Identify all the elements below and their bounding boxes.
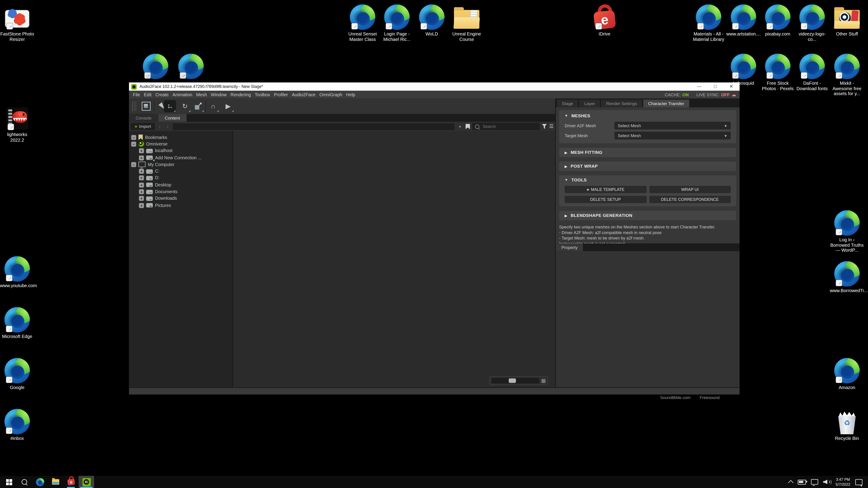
- desktop-icon-faststone[interactable]: FastStone Photo Resizer: [0, 3, 34, 42]
- taskbar-idrive-button[interactable]: e: [63, 476, 79, 488]
- frame-select-tool-icon[interactable]: [140, 100, 152, 112]
- desktop-icon-label-freesound[interactable]: Freesound: [693, 395, 726, 400]
- desktop-icon-idrive[interactable]: e IDrive: [587, 3, 622, 37]
- list-options-icon[interactable]: ☰: [549, 124, 554, 129]
- tab-render-settings[interactable]: Render Settings: [601, 100, 642, 107]
- network-icon[interactable]: [811, 479, 818, 485]
- desktop-icon-amazon[interactable]: Amazon: [830, 357, 864, 391]
- forward-button[interactable]: ›: [165, 124, 170, 129]
- thumbnail-size-slider[interactable]: [492, 378, 539, 383]
- action-center-icon[interactable]: [855, 479, 863, 485]
- collapse-icon[interactable]: –: [131, 162, 136, 167]
- filter-icon[interactable]: [542, 124, 547, 129]
- menu-window[interactable]: Window: [211, 92, 227, 97]
- file-grid-area[interactable]: ▦: [234, 131, 555, 387]
- import-button[interactable]: + Import: [131, 123, 155, 130]
- target-mesh-dropdown[interactable]: Select Mesh ▼: [614, 132, 731, 139]
- expand-icon[interactable]: +: [139, 203, 144, 208]
- tray-expand-icon[interactable]: [788, 480, 793, 486]
- cloud-icon[interactable]: ☁: [731, 92, 736, 97]
- desktop-icon-wold[interactable]: WoLD: [414, 3, 449, 37]
- path-field[interactable]: [173, 123, 455, 130]
- menu-omnigraph[interactable]: OmniGraph: [319, 92, 342, 97]
- battery-icon[interactable]: [798, 480, 806, 484]
- post-wrap-header[interactable]: ▶ POST WRAP: [565, 163, 731, 168]
- desktop-icon-pixabay[interactable]: pixabay.com: [761, 3, 795, 37]
- meshes-section-header[interactable]: ▼ MESHES: [565, 113, 731, 119]
- desktop-icon-materials[interactable]: Materials - All - Material Library: [691, 3, 726, 42]
- taskbar-file-explorer-button[interactable]: [48, 476, 63, 488]
- expand-icon[interactable]: +: [139, 182, 144, 187]
- expand-icon[interactable]: +: [139, 155, 144, 160]
- tab-console[interactable]: Console: [129, 114, 158, 122]
- slider-thumb[interactable]: [509, 379, 516, 383]
- desktop-icon-borrowedtr[interactable]: www.BorrowedTr...: [830, 260, 864, 294]
- move-tool-icon[interactable]: ↔↔: [164, 100, 176, 112]
- expand-icon[interactable]: +: [139, 189, 144, 194]
- tree-item-c-drive[interactable]: +C:: [129, 168, 232, 175]
- tree-item-desktop[interactable]: +Desktop: [129, 182, 232, 188]
- desktop-icon-borrowed-login[interactable]: Log In ‹ Borrowed Truths — WordP...: [830, 209, 864, 254]
- menu-file[interactable]: File: [133, 92, 140, 97]
- menu-profiler[interactable]: Profiler: [274, 92, 288, 97]
- desktop-icon-dafont[interactable]: DaFont - Download fonts: [795, 53, 829, 92]
- window-titlebar[interactable]: Audio2Face 102.1.2+release.47290.f789d9f…: [129, 83, 740, 91]
- desktop-icon-other-stuff[interactable]: Other Stuff: [830, 3, 864, 37]
- minimize-button[interactable]: —: [694, 83, 705, 91]
- delete-setup-button[interactable]: DELETE SETUP: [565, 196, 646, 203]
- close-button[interactable]: ✕: [726, 83, 737, 91]
- desktop-icon-turbosquid[interactable]: turbosquid: [726, 53, 761, 86]
- back-button[interactable]: ‹: [157, 124, 162, 129]
- rotate-tool-icon[interactable]: ↻: [179, 100, 191, 112]
- tab-content[interactable]: Content: [158, 114, 186, 122]
- desktop-icon-videezy[interactable]: videezy-logo-co...: [795, 3, 829, 42]
- mesh-fitting-header[interactable]: ▶ MESH FITTING: [565, 149, 731, 155]
- collapse-icon[interactable]: –: [131, 135, 136, 140]
- menu-animation[interactable]: Animation: [173, 92, 192, 97]
- desktop-icon-artstation[interactable]: www.artstation....: [726, 3, 761, 37]
- menu-edit[interactable]: Edit: [144, 92, 151, 97]
- tab-character-transfer[interactable]: Character Transfer: [643, 100, 689, 107]
- menu-audio2face[interactable]: Audio2Face: [292, 92, 315, 97]
- toolbar-grip-icon[interactable]: [132, 101, 136, 111]
- maximize-button[interactable]: □: [710, 83, 721, 91]
- tree-item-d-drive[interactable]: +D:: [129, 175, 232, 182]
- tree-item-bookmarks[interactable]: –Bookmarks: [129, 134, 232, 141]
- driver-mesh-dropdown[interactable]: Select Mesh ▼: [614, 122, 731, 129]
- scale-tool-icon[interactable]: [192, 100, 204, 112]
- menu-mesh[interactable]: Mesh: [196, 92, 207, 97]
- bookmark-icon[interactable]: [465, 124, 470, 129]
- volume-icon[interactable]: [823, 479, 831, 485]
- taskbar-search-button[interactable]: [17, 476, 32, 488]
- desktop-icon-ms-edge[interactable]: Microsoft Edge: [0, 306, 34, 339]
- search-input[interactable]: [482, 123, 537, 129]
- tree-item-omniverse[interactable]: –Omniverse: [129, 141, 232, 148]
- desktop-icon-edge-2[interactable]: [174, 53, 208, 79]
- desktop-icon-unreal-sensei[interactable]: Unreal Sensei Master Class: [345, 3, 380, 42]
- grid-view-icon[interactable]: ▦: [541, 378, 546, 383]
- expand-icon[interactable]: +: [139, 149, 144, 153]
- tree-item-localhost[interactable]: +localhost: [129, 148, 232, 154]
- tools-header[interactable]: ▼ TOOLS: [565, 177, 731, 183]
- taskbar-edge-button[interactable]: [32, 476, 48, 488]
- tree-item-documents[interactable]: +Documents: [129, 188, 232, 195]
- tab-stage[interactable]: Stage: [557, 100, 578, 107]
- menu-help[interactable]: Help: [346, 92, 355, 97]
- expand-icon[interactable]: +: [139, 175, 144, 181]
- expand-icon[interactable]: +: [139, 169, 144, 174]
- delete-correspondence-button[interactable]: DELETE CORRESPONDENCE: [649, 196, 731, 203]
- path-dropdown-icon[interactable]: ▼: [457, 125, 463, 128]
- tree-item-my-computer[interactable]: –My Computer: [129, 161, 232, 168]
- start-button[interactable]: [1, 476, 17, 488]
- collapse-icon[interactable]: –: [131, 142, 136, 147]
- tree-item-add-new-connection[interactable]: +Add New Connection ...: [129, 154, 232, 161]
- taskbar-audio2face-button[interactable]: [79, 476, 94, 488]
- tab-layer[interactable]: Layer: [579, 100, 600, 107]
- desktop-icon-edge-1[interactable]: [138, 53, 173, 79]
- desktop-icon-login-page[interactable]: Login Page - Michael Ric...: [380, 3, 414, 42]
- tree-item-downloads[interactable]: +Downloads: [129, 195, 232, 202]
- male-template-button[interactable]: +MALE TEMPLATE: [565, 186, 646, 193]
- snap-tool-icon[interactable]: ∩: [207, 100, 219, 112]
- menu-rendering[interactable]: Rendering: [230, 92, 251, 97]
- desktop-icon-pexels[interactable]: Free Stock Photos · Pexels: [761, 53, 795, 92]
